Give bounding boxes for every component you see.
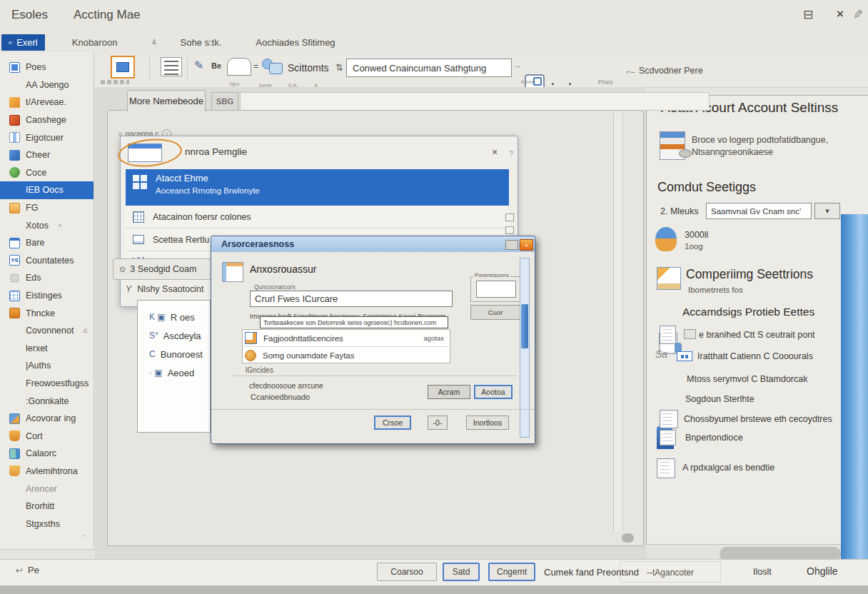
sidebar-item[interactable]: Cheer: [0, 146, 94, 164]
pencil-edit-icon[interactable]: ✎: [194, 59, 203, 72]
coarsoo-button[interactable]: Coarsoo: [377, 563, 437, 581]
sidebar-item[interactable]: Caoshege: [0, 111, 94, 129]
satd-button[interactable]: Satd: [443, 563, 480, 581]
agancoter-label[interactable]: --tAgancoter: [647, 568, 694, 578]
sidebar-item[interactable]: Poes: [0, 59, 94, 76]
server-row[interactable]: Tortteaakecee son Detorresk seiss ogroeo…: [260, 316, 448, 328]
sidebar-item[interactable]: Eds: [0, 269, 94, 287]
dialog-scrollbar[interactable]: [520, 258, 530, 438]
sidebar-item[interactable]: AA Joengo: [0, 76, 94, 94]
sidebar-item[interactable]: Bare: [0, 234, 94, 252]
sidebar-item[interactable]: Coce: [0, 164, 94, 182]
tree-header[interactable]: ⊙ 3 Seodgid Coam: [113, 258, 217, 280]
conduct-dropdown-button[interactable]: ▾: [814, 203, 840, 219]
crsoe-button[interactable]: Crsoe: [374, 416, 411, 430]
account-dialog-titlebar[interactable]: Arsorceraesnoss: [211, 236, 535, 252]
vertical-scrollbar-track[interactable]: [613, 114, 623, 532]
tab-more-nemebeode[interactable]: More Nemebeode: [127, 90, 206, 111]
mid-button[interactable]: -0-: [428, 416, 448, 430]
panel-item-label[interactable]: Mtoss serymvol C Btamdorcak: [687, 374, 807, 384]
sidebar-item[interactable]: Brorhitt: [0, 498, 94, 515]
sidebar-item[interactable]: Calaorc: [0, 445, 94, 463]
sidebar-item[interactable]: |Auths: [0, 357, 94, 375]
menu-tab-label: Knobaroon: [72, 37, 118, 48]
sidebar-item[interactable]: IEB Oocs: [0, 181, 94, 199]
blue-box-icon: [677, 351, 692, 361]
acram-button[interactable]: Acram: [428, 385, 470, 399]
sidebar-item[interactable]: t/Areveae.: [0, 94, 94, 111]
dialog-scrollbar-thumb[interactable]: [521, 304, 528, 348]
pencil-icon[interactable]: ✎: [853, 7, 863, 22]
close-window-icon[interactable]: ×: [837, 7, 844, 21]
cuor-button[interactable]: Cuor: [470, 305, 520, 320]
menu-tab[interactable]: Knobaroon: [62, 34, 125, 51]
dialog-close-icon[interactable]: ×: [520, 239, 533, 251]
ohglile-label[interactable]: Ohglile: [807, 565, 838, 577]
menu-tab[interactable]: 4: [141, 35, 163, 49]
list-icon[interactable]: [161, 57, 182, 76]
orb-icon: [245, 350, 256, 361]
dialog-help-icon[interactable]: ?: [509, 149, 513, 158]
name-input[interactable]: Crurl Fwes ICurcare: [250, 291, 453, 307]
sidebar-item[interactable]: Eistinges: [0, 287, 94, 305]
conduct-combobox[interactable]: Saamvnal Gv Cnam snc': [706, 203, 812, 219]
menu-tab[interactable]: e· Exerl: [1, 34, 45, 51]
sidebar-item[interactable]: Thncke: [0, 304, 94, 322]
horizontal-scrollbar-thumb[interactable]: [622, 533, 634, 543]
panel-item-label[interactable]: Chossbyumel brstewe eth cecoydtres: [684, 414, 832, 424]
sidebar-item[interactable]: Eigotcuer: [0, 129, 94, 146]
restore-window-icon[interactable]: ⊟: [803, 7, 813, 22]
table-icon: [660, 410, 678, 428]
tree-item[interactable]: K ▣ R oes: [149, 308, 210, 326]
menu-tab-glyph: e·: [9, 39, 14, 46]
sidebar-item[interactable]: FG: [0, 199, 94, 217]
reading-pane-label[interactable]: Scdvodner Pere: [639, 66, 703, 76]
dialog-minimize-icon[interactable]: [505, 240, 518, 250]
command-combobox[interactable]: Conwed Cnaincuman Sathgtung: [346, 59, 512, 77]
list-item[interactable]: Atacainon foersr colones: [126, 206, 509, 228]
sidebar-item[interactable]: :Gonnkalte: [0, 392, 94, 410]
panel-item-label[interactable]: Sogdoun Sterlhte: [685, 394, 755, 404]
inortloos-button[interactable]: Inortloos: [466, 416, 509, 430]
sidebar-scroll-hint-icon[interactable]: ˇ: [83, 534, 86, 543]
sidebar-item[interactable]: YS Countatetes: [0, 252, 94, 270]
tabstrip-input[interactable]: [240, 92, 710, 111]
sidebar-item[interactable]: Covonnenot d.: [0, 322, 94, 340]
panel-item-label[interactable]: A rpdxalgcal es bendtie: [682, 463, 774, 473]
tree-subheader[interactable]: Y Nlshy Ssaotocint: [126, 284, 203, 294]
menu-tab[interactable]: Sohe s:tk.: [171, 34, 229, 51]
aootoa-button[interactable]: Aootoa: [474, 385, 513, 399]
tree-item[interactable]: · ▣ Aeoed: [149, 363, 210, 382]
window-preview-icon[interactable]: [111, 56, 135, 79]
side-mini-icon[interactable]: [505, 213, 514, 221]
sidebar-item[interactable]: Stgxsths: [0, 515, 94, 533]
people-icon[interactable]: [261, 57, 283, 76]
account-list-item[interactable]: Somg ounamdate Faytas: [243, 346, 450, 363]
updown-arrows-icon[interactable]: ⇅: [335, 62, 343, 73]
list-item-selected[interactable]: Atacct Ehme Aoceanct Rrnotng Brwlonyte: [126, 169, 509, 206]
tree-item[interactable]: S° Ascdeyla: [149, 326, 210, 345]
sidebar-item[interactable]: Xotos ×: [0, 216, 94, 234]
panel-item-label[interactable]: Bnpertondioce: [685, 433, 743, 443]
tab-sbg[interactable]: SBG: [211, 92, 238, 111]
sidebar-item[interactable]: Freowoestfugss: [0, 375, 94, 393]
groupbox-field[interactable]: [476, 281, 516, 298]
sidebar-item[interactable]: Cort: [0, 427, 94, 445]
sidebar-item[interactable]: Avlemihtrona: [0, 463, 94, 480]
menu-tab[interactable]: Aochiades Sfitimeg: [246, 34, 342, 51]
sidebar-item[interactable]: Acovorar ing: [0, 410, 94, 428]
cngemt-button[interactable]: Cngemt: [488, 563, 535, 581]
door-icon[interactable]: [227, 58, 251, 76]
dialog-close-icon[interactable]: ×: [492, 146, 498, 158]
list-footnote: lGncides: [246, 366, 273, 374]
panel-item-label[interactable]: Iratthatt Catienn C Cooourals: [697, 351, 813, 361]
iloslt-label[interactable]: Iloslt: [753, 567, 772, 577]
pe-footer[interactable]: ↩ Pe: [16, 565, 39, 575]
sidebar-item[interactable]: lerxet: [0, 340, 94, 358]
tree-item[interactable]: C Bunoroest: [149, 345, 210, 363]
side-mini-icon[interactable]: [505, 226, 514, 234]
sidebar-item[interactable]: Arencer: [0, 480, 94, 498]
account-list-item[interactable]: Fagjoodnttatlicencires agotax: [243, 330, 450, 346]
menu-tab-label: Aochiades Sfitimeg: [256, 37, 335, 48]
panel-item-label[interactable]: e branihed Ctt S ceutrait pont: [699, 330, 815, 340]
